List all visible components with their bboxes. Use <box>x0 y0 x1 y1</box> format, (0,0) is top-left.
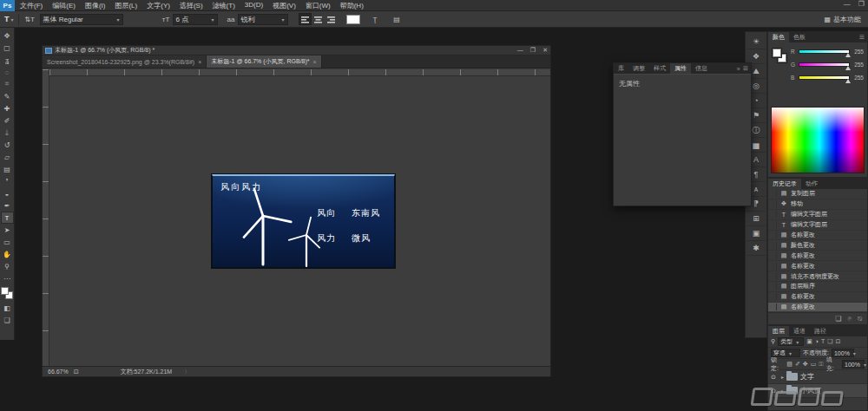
history-item[interactable]: ▤复制图层 <box>768 189 867 199</box>
type-tool-icon[interactable]: T <box>4 15 10 23</box>
blue-value[interactable]: 255 <box>852 75 864 81</box>
type-tool[interactable]: T <box>1 212 14 224</box>
history-item[interactable]: ▤颜色更改 <box>768 240 867 251</box>
lock-pixels-icon[interactable]: ✐ <box>795 361 800 368</box>
healing-tool[interactable]: ✚ <box>1 102 14 114</box>
pen-tool[interactable]: ✒ <box>1 199 14 212</box>
history-brush-tool[interactable]: ↺ <box>1 139 14 151</box>
close-icon[interactable]: × <box>313 59 317 65</box>
expander-icon[interactable]: ▸ <box>781 374 784 380</box>
brush-tool[interactable]: ✐ <box>1 114 14 127</box>
history-item[interactable]: ✥移动 <box>768 199 867 210</box>
hand-tool[interactable]: ✋ <box>1 248 14 260</box>
tool-preset-caret-icon[interactable]: ▾ <box>11 16 14 23</box>
slider-thumb[interactable] <box>845 79 851 83</box>
menu-help[interactable]: 帮助(H) <box>340 1 364 10</box>
panel-menu-icon[interactable]: ☰ <box>743 65 748 72</box>
menu-select[interactable]: 选择(S) <box>180 1 203 10</box>
green-slider[interactable] <box>799 62 850 67</box>
layer-name[interactable]: 文字 <box>800 372 814 382</box>
layer-comps-icon[interactable]: ⊞ <box>746 212 766 226</box>
quick-selection-tool[interactable]: ◌ <box>1 66 14 78</box>
zoom-tool[interactable]: ⚲ <box>1 260 14 272</box>
app-minimize-button[interactable]: — <box>844 0 851 8</box>
tab-properties[interactable]: 属性 <box>670 63 691 74</box>
menu-edit[interactable]: 编辑(E) <box>52 1 76 10</box>
new-doc-from-state-icon[interactable]: ❏ <box>835 315 841 323</box>
tab-libraries[interactable]: 库 <box>614 63 628 74</box>
blue-slider[interactable] <box>799 75 850 80</box>
history-source-well[interactable] <box>768 221 777 228</box>
marquee-tool[interactable]: ▢ <box>1 42 14 54</box>
layer-filter-select[interactable]: 类型 ▾ <box>778 337 804 346</box>
history-item[interactable]: T编辑文字图层 <box>768 210 867 220</box>
doc-restore-button[interactable]: ❐ <box>530 47 536 54</box>
panel-fg-bg-swatches[interactable] <box>772 48 787 63</box>
adjustments-icon[interactable]: ☀ <box>746 35 766 49</box>
history-source-well[interactable] <box>768 273 777 280</box>
slider-thumb[interactable] <box>845 66 851 70</box>
delete-state-icon[interactable]: ⍉ <box>858 315 862 323</box>
doc-close-button[interactable]: ✕ <box>542 47 548 54</box>
history-item[interactable]: ▤图层顺序 <box>768 282 867 292</box>
panel-menu-icon[interactable]: ☰ <box>859 32 867 42</box>
history-source-well[interactable] <box>768 293 777 300</box>
anti-alias-select[interactable]: 锐利 ▾ <box>238 14 288 25</box>
crop-tool[interactable]: ⌗ <box>1 78 14 90</box>
status-chevron-icon[interactable]: 〉 <box>184 368 190 376</box>
gradient-tool[interactable]: ▤ <box>1 163 14 175</box>
screen-mode-button[interactable]: ❏ <box>1 314 14 326</box>
menu-view[interactable]: 视图(V) <box>273 1 296 10</box>
tab-layers[interactable]: 图层 <box>768 326 789 336</box>
history-source-well[interactable] <box>768 232 777 238</box>
filter-smart-icon[interactable]: ⊡ <box>836 338 841 345</box>
filter-pixel-icon[interactable]: ▣ <box>806 338 812 345</box>
menu-image[interactable]: 图像(I) <box>85 1 106 10</box>
tab-paths[interactable]: 路径 <box>810 326 831 336</box>
history-source-well[interactable] <box>768 242 777 249</box>
foreground-color-swatch[interactable] <box>772 48 782 58</box>
slider-thumb[interactable] <box>845 53 851 57</box>
menu-3d[interactable]: 3D(D) <box>245 1 263 10</box>
history-source-well[interactable] <box>768 211 777 218</box>
close-icon[interactable]: × <box>198 59 201 65</box>
foreground-color-swatch[interactable] <box>1 287 9 295</box>
new-snapshot-icon[interactable]: ⌾ <box>847 315 852 323</box>
menu-filter[interactable]: 滤镜(T) <box>213 1 235 10</box>
tab-untitled-1[interactable]: 未标题-1 @ 66.7% (小风页, RGB/8)* × <box>207 55 321 68</box>
eraser-tool[interactable]: ▱ <box>1 151 14 163</box>
fill-select[interactable]: 100% ▾ <box>842 360 865 369</box>
history-item-current[interactable]: ▤名称更改 <box>768 303 867 311</box>
blur-tool[interactable]: ❜ <box>1 175 14 187</box>
warp-text-icon[interactable]: Ţ <box>369 13 382 25</box>
channels-icon[interactable]: ▣ <box>746 226 766 241</box>
zoom-level-field[interactable]: 66.67% <box>48 369 69 375</box>
history-source-well[interactable] <box>768 303 777 310</box>
filter-shape-icon[interactable]: ❏ <box>827 338 832 345</box>
edit-toolbar-button[interactable]: ⋯ <box>1 272 14 284</box>
lock-transparent-icon[interactable]: ▨ <box>786 361 792 368</box>
tab-swatches[interactable]: 色板 <box>789 32 810 42</box>
document-titlebar[interactable]: 未标题-1 @ 66.7% (小风页, RGB/8) * — ❐ ✕ <box>43 46 550 55</box>
doc-minimize-button[interactable]: — <box>517 47 523 54</box>
font-size-select[interactable]: 6 点 ▾ <box>173 14 218 25</box>
align-right-button[interactable] <box>325 13 338 25</box>
history-source-well[interactable] <box>768 190 777 197</box>
history-source-well[interactable] <box>768 263 777 270</box>
tab-info[interactable]: 信息 <box>691 63 712 74</box>
collapse-panel-icon[interactable]: » <box>737 66 740 72</box>
green-value[interactable]: 255 <box>852 62 864 68</box>
tab-styles[interactable]: 样式 <box>649 63 670 74</box>
workspace-switcher[interactable]: ▦ 基本功能 <box>824 15 861 24</box>
font-family-select[interactable]: 黑体 Regular ▾ <box>40 14 123 25</box>
history-item[interactable]: ▤名称更改 <box>768 251 867 261</box>
history-item[interactable]: ▤填充不透明度更改 <box>768 271 867 282</box>
filter-type-icon[interactable]: T <box>821 338 825 345</box>
quick-mask-button[interactable]: ◧ <box>1 302 14 314</box>
text-color-swatch[interactable] <box>346 15 360 24</box>
lock-all-icon[interactable]: ⚿ <box>819 361 823 368</box>
menu-type[interactable]: 文字(Y) <box>147 1 170 10</box>
filter-adjustment-icon[interactable]: ◑ <box>815 338 819 345</box>
tab-adjustments[interactable]: 调整 <box>628 63 649 74</box>
lock-artboard-icon[interactable]: ▭ <box>811 361 817 368</box>
